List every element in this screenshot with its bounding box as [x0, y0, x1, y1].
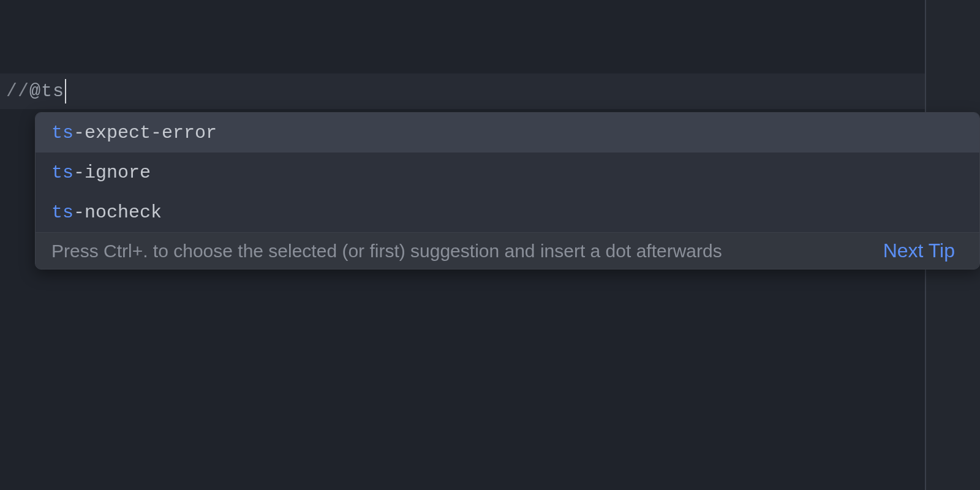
suggestion-rest: -ignore [74, 162, 151, 183]
suggestion-rest: -nocheck [74, 202, 162, 223]
next-tip-link[interactable]: Next Tip [883, 239, 955, 262]
suggestion-item[interactable]: ts-ignore [36, 153, 979, 192]
suggestion-rest: -expect-error [74, 123, 217, 143]
comment-slashes: // [6, 81, 29, 102]
tip-bar: Press Ctrl+. to choose the selected (or … [36, 232, 979, 269]
text-cursor [65, 79, 66, 104]
code-line-text: //@ts [6, 81, 64, 102]
active-code-line[interactable]: //@ts [0, 74, 925, 109]
suggestion-matched-prefix: ts [51, 202, 74, 223]
suggestion-item[interactable]: ts-expect-error [36, 113, 979, 153]
autocomplete-popup: ts-expect-error ts-ignore ts-nocheck Pre… [35, 112, 980, 270]
annotation-text: @ts [29, 81, 64, 102]
suggestion-matched-prefix: ts [51, 123, 74, 143]
suggestion-matched-prefix: ts [51, 162, 74, 183]
suggestion-item[interactable]: ts-nocheck [36, 192, 979, 232]
tip-text: Press Ctrl+. to choose the selected (or … [51, 241, 866, 262]
